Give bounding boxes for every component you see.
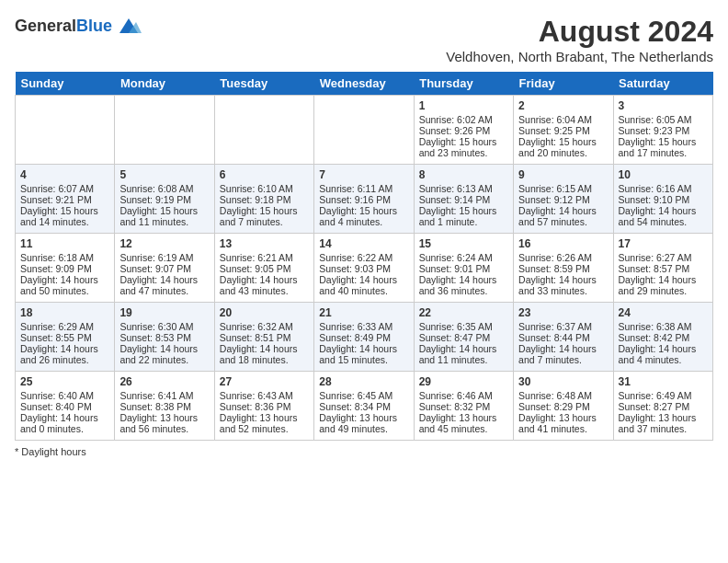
calendar-cell: 4Sunrise: 6:07 AMSunset: 9:21 PMDaylight… [16, 165, 115, 234]
calendar-cell: 22Sunrise: 6:35 AMSunset: 8:47 PMDayligh… [414, 303, 513, 372]
cell-info-line: Daylight: 13 hours [518, 412, 608, 423]
calendar-cell: 5Sunrise: 6:08 AMSunset: 9:19 PMDaylight… [115, 165, 214, 234]
calendar-cell: 24Sunrise: 6:38 AMSunset: 8:42 PMDayligh… [613, 303, 712, 372]
cell-info-line: Sunrise: 6:02 AM [419, 114, 508, 125]
cell-info-line: Sunrise: 6:35 AM [419, 321, 508, 332]
calendar-cell [214, 96, 313, 165]
cell-info-line: Sunrise: 6:04 AM [518, 114, 608, 125]
cell-info-line: Sunrise: 6:40 AM [20, 390, 109, 401]
cell-info-line: Sunrise: 6:22 AM [319, 252, 408, 263]
cell-info-line: Sunset: 9:09 PM [20, 263, 109, 274]
cell-info-line: Sunrise: 6:27 AM [619, 252, 708, 263]
cell-info-line: Daylight: 14 hours [619, 343, 708, 354]
cell-info-line: Daylight: 14 hours [220, 274, 309, 285]
day-number: 31 [619, 375, 708, 388]
cell-info-line: and 36 minutes. [419, 285, 508, 296]
cell-info-line: Sunrise: 6:11 AM [319, 183, 408, 194]
cell-info-line: Daylight: 14 hours [419, 274, 508, 285]
cell-info-line: Sunrise: 6:32 AM [220, 321, 309, 332]
calendar-cell: 19Sunrise: 6:30 AMSunset: 8:53 PMDayligh… [115, 303, 214, 372]
cell-info-line: Daylight: 14 hours [319, 274, 408, 285]
cell-info-line: and 1 minute. [419, 216, 508, 227]
cell-info-line: Daylight: 14 hours [20, 274, 109, 285]
cell-info-line: Daylight: 13 hours [119, 412, 209, 423]
calendar-cell: 20Sunrise: 6:32 AMSunset: 8:51 PMDayligh… [214, 303, 313, 372]
day-number: 9 [518, 168, 608, 181]
cell-info-line: Sunset: 8:55 PM [20, 332, 109, 343]
cell-info-line: and 41 minutes. [518, 423, 608, 434]
cell-info-line: Sunset: 9:26 PM [419, 125, 508, 136]
cell-info-line: Sunset: 8:34 PM [319, 401, 408, 412]
cell-info-line: Sunset: 8:40 PM [20, 401, 109, 412]
cell-info-line: and 23 minutes. [419, 147, 508, 158]
calendar-day-header: Sunday [16, 72, 115, 96]
cell-info-line: Daylight: 14 hours [518, 274, 608, 285]
cell-info-line: and 22 minutes. [119, 354, 209, 365]
cell-info-line: Sunrise: 6:26 AM [518, 252, 608, 263]
calendar-cell: 16Sunrise: 6:26 AMSunset: 8:59 PMDayligh… [514, 234, 613, 303]
cell-info-line: Sunset: 8:44 PM [518, 332, 608, 343]
cell-info-line: Daylight: 15 hours [220, 205, 309, 216]
calendar-week-row: 11Sunrise: 6:18 AMSunset: 9:09 PMDayligh… [16, 234, 713, 303]
cell-info-line: Sunset: 9:25 PM [518, 125, 608, 136]
day-number: 15 [419, 237, 508, 250]
cell-info-line: Daylight: 15 hours [20, 205, 109, 216]
cell-info-line: Daylight: 15 hours [619, 136, 708, 147]
calendar-cell: 21Sunrise: 6:33 AMSunset: 8:49 PMDayligh… [314, 303, 414, 372]
day-number: 26 [119, 375, 209, 388]
calendar-cell: 7Sunrise: 6:11 AMSunset: 9:16 PMDaylight… [314, 165, 414, 234]
day-number: 27 [220, 375, 309, 388]
footer-daylight-label: Daylight hours [21, 446, 85, 457]
cell-info-line: Sunrise: 6:43 AM [220, 390, 309, 401]
cell-info-line: and 17 minutes. [619, 147, 708, 158]
cell-info-line: Daylight: 14 hours [419, 343, 508, 354]
cell-info-line: Sunrise: 6:21 AM [220, 252, 309, 263]
cell-info-line: and 7 minutes. [220, 216, 309, 227]
calendar-week-row: 1Sunrise: 6:02 AMSunset: 9:26 PMDaylight… [16, 96, 713, 165]
calendar-week-row: 18Sunrise: 6:29 AMSunset: 8:55 PMDayligh… [16, 303, 713, 372]
day-number: 17 [619, 237, 708, 250]
day-number: 11 [20, 237, 109, 250]
day-number: 7 [319, 168, 408, 181]
cell-info-line: and 49 minutes. [319, 423, 408, 434]
cell-info-line: Daylight: 15 hours [419, 205, 508, 216]
cell-info-line: Sunset: 9:21 PM [20, 194, 109, 205]
cell-info-line: Sunset: 9:16 PM [319, 194, 408, 205]
calendar-cell [115, 96, 214, 165]
day-number: 18 [20, 306, 109, 319]
day-number: 8 [419, 168, 508, 181]
cell-info-line: Sunset: 8:36 PM [220, 401, 309, 412]
cell-info-line: Sunrise: 6:05 AM [619, 114, 708, 125]
day-number: 28 [319, 375, 408, 388]
cell-info-line: Daylight: 14 hours [619, 205, 708, 216]
cell-info-line: Sunset: 9:18 PM [220, 194, 309, 205]
cell-info-line: Sunrise: 6:15 AM [518, 183, 608, 194]
cell-info-line: Sunset: 9:19 PM [119, 194, 209, 205]
calendar-cell: 31Sunrise: 6:49 AMSunset: 8:27 PMDayligh… [613, 372, 712, 441]
calendar-day-header: Friday [514, 72, 613, 96]
calendar-cell: 6Sunrise: 6:10 AMSunset: 9:18 PMDaylight… [214, 165, 313, 234]
calendar-cell: 28Sunrise: 6:45 AMSunset: 8:34 PMDayligh… [314, 372, 414, 441]
calendar-cell [16, 96, 115, 165]
cell-info-line: Daylight: 15 hours [518, 136, 608, 147]
cell-info-line: and 18 minutes. [220, 354, 309, 365]
day-number: 23 [518, 306, 608, 319]
cell-info-line: Daylight: 14 hours [20, 412, 109, 423]
cell-info-line: Daylight: 14 hours [619, 274, 708, 285]
day-number: 21 [319, 306, 408, 319]
cell-info-line: Sunset: 9:03 PM [319, 263, 408, 274]
calendar-cell: 12Sunrise: 6:19 AMSunset: 9:07 PMDayligh… [115, 234, 214, 303]
cell-info-line: Sunrise: 6:10 AM [220, 183, 309, 194]
cell-info-line: Sunrise: 6:08 AM [119, 183, 209, 194]
cell-info-line: Sunset: 9:23 PM [619, 125, 708, 136]
cell-info-line: Sunrise: 6:30 AM [119, 321, 209, 332]
cell-info-line: Daylight: 13 hours [619, 412, 708, 423]
cell-info-line: Sunset: 8:29 PM [518, 401, 608, 412]
cell-info-line: and 50 minutes. [20, 285, 109, 296]
day-number: 12 [119, 237, 209, 250]
cell-info-line: and 11 minutes. [419, 354, 508, 365]
cell-info-line: Sunset: 9:05 PM [220, 263, 309, 274]
day-number: 22 [419, 306, 508, 319]
cell-info-line: Daylight: 13 hours [220, 412, 309, 423]
cell-info-line: and 43 minutes. [220, 285, 309, 296]
